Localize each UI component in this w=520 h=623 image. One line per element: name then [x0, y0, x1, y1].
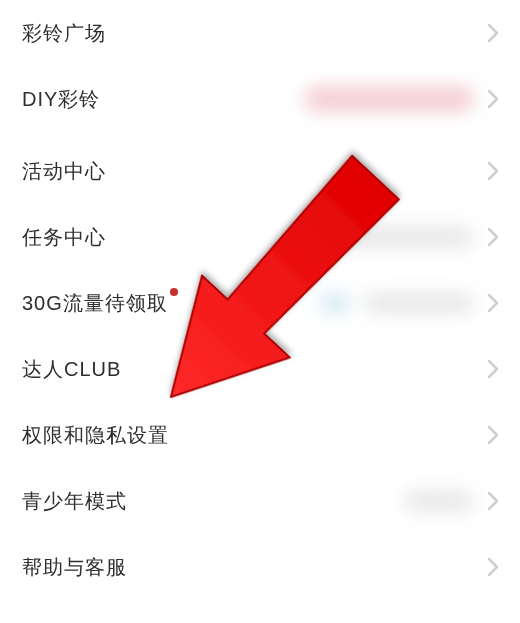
blurred-value [364, 292, 474, 314]
row-label: 达人CLUB [22, 356, 121, 383]
chevron-right-icon [488, 228, 498, 246]
row-label: 帮助与客服 [22, 554, 127, 581]
chevron-right-icon [488, 426, 498, 444]
row-diy-ringtone[interactable]: DIY彩铃 [0, 66, 520, 132]
blurred-value [404, 490, 474, 512]
row-task-center[interactable]: 任务中心 [0, 204, 520, 270]
blurred-value [304, 86, 474, 112]
row-expert-club[interactable]: 达人CLUB [0, 336, 520, 402]
settings-list: 彩铃广场 DIY彩铃 活动中心 任务中心 [0, 0, 520, 600]
chevron-right-icon [488, 294, 498, 312]
row-label: DIY彩铃 [22, 86, 100, 113]
chevron-right-icon [488, 90, 498, 108]
row-label: 权限和隐私设置 [22, 422, 169, 449]
row-ringtone-plaza[interactable]: 彩铃广场 [0, 0, 520, 66]
row-permissions-privacy[interactable]: 权限和隐私设置 [0, 402, 520, 468]
row-label: 任务中心 [22, 224, 106, 251]
row-activity-center[interactable]: 活动中心 [0, 138, 520, 204]
chevron-right-icon [488, 558, 498, 576]
chevron-right-icon [488, 162, 498, 180]
notification-dot-icon [170, 288, 178, 296]
chevron-right-icon [488, 24, 498, 42]
chevron-right-icon [488, 360, 498, 378]
row-data-claim[interactable]: 30G流量待领取 [0, 270, 520, 336]
blurred-value [320, 292, 350, 314]
row-label: 青少年模式 [22, 488, 127, 515]
row-help-support[interactable]: 帮助与客服 [0, 534, 520, 600]
chevron-right-icon [488, 492, 498, 510]
blurred-value [324, 226, 474, 248]
row-teen-mode[interactable]: 青少年模式 [0, 468, 520, 534]
row-label: 活动中心 [22, 158, 106, 185]
row-label: 彩铃广场 [22, 20, 106, 47]
row-label: 30G流量待领取 [22, 290, 168, 317]
